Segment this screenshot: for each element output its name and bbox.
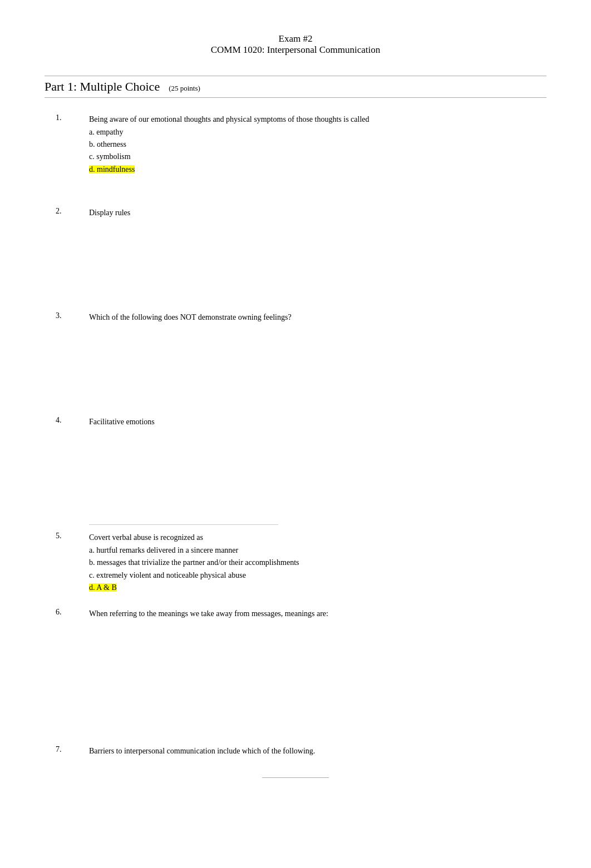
q5-choice-b: b. messages that trivialize the partner … xyxy=(89,557,546,569)
section-divider xyxy=(89,524,278,525)
part1-title: Part 1: Multiple Choice xyxy=(45,80,160,94)
question-1: 1. Being aware of our emotional thoughts… xyxy=(45,113,546,205)
q1-choice-a: a. empathy xyxy=(89,126,546,138)
question-4: 4. Facilitative emotions xyxy=(45,416,546,518)
q6-body: When referring to the meanings we take a… xyxy=(89,608,546,620)
q5-number: 5. xyxy=(45,532,89,594)
question-2: 2. Display rules xyxy=(45,207,546,309)
q5-text: Covert verbal abuse is recognized as xyxy=(89,532,546,544)
q2-body: Display rules xyxy=(89,207,546,219)
q3-text: Which of the following does NOT demonstr… xyxy=(89,311,546,324)
part1-header: Part 1: Multiple Choice (25 points) xyxy=(45,76,546,98)
q1-choice-d: d. mindfulness xyxy=(89,163,546,176)
exam-title-line2: COMM 1020: Interpersonal Communication xyxy=(45,44,546,56)
question-5: 5. Covert verbal abuse is recognized as … xyxy=(45,532,546,605)
q6-number: 6. xyxy=(45,608,89,620)
q5-choice-d: d. A & B xyxy=(89,582,546,594)
q7-body: Barriers to interpersonal communication … xyxy=(89,745,546,757)
q7-number: 7. xyxy=(45,745,89,757)
q2-text: Display rules xyxy=(89,207,546,219)
q1-choices: a. empathy b. otherness c. symbolism d. … xyxy=(89,126,546,176)
exam-header: Exam #2 COMM 1020: Interpersonal Communi… xyxy=(45,33,546,56)
q4-text: Facilitative emotions xyxy=(89,416,546,428)
q7-text: Barriers to interpersonal communication … xyxy=(89,745,546,757)
q4-body: Facilitative emotions xyxy=(89,416,546,428)
q5-choices: a. hurtful remarks delivered in a sincer… xyxy=(89,544,546,594)
q1-text: Being aware of our emotional thoughts an… xyxy=(89,113,546,126)
q5-choice-a: a. hurtful remarks delivered in a sincer… xyxy=(89,544,546,557)
q4-number: 4. xyxy=(45,416,89,428)
question-6: 6. When referring to the meanings we tak… xyxy=(45,608,546,743)
q1-number: 1. xyxy=(45,113,89,176)
q3-number: 3. xyxy=(45,311,89,324)
part1-points: (25 points) xyxy=(169,84,200,93)
q5-choice-c: c. extremely violent and noticeable phys… xyxy=(89,569,546,582)
q3-body: Which of the following does NOT demonstr… xyxy=(89,311,546,324)
q5-body: Covert verbal abuse is recognized as a. … xyxy=(89,532,546,594)
q6-text: When referring to the meanings we take a… xyxy=(89,608,546,620)
q1-choice-b: b. otherness xyxy=(89,138,546,151)
q2-number: 2. xyxy=(45,207,89,219)
question-3: 3. Which of the following does NOT demon… xyxy=(45,311,546,414)
q1-choice-d-highlight: d. mindfulness xyxy=(89,165,135,173)
q5-choice-d-highlight: d. A & B xyxy=(89,583,117,592)
bottom-divider xyxy=(262,777,329,778)
exam-page: Exam #2 COMM 1020: Interpersonal Communi… xyxy=(0,0,591,868)
q1-choice-c: c. symbolism xyxy=(89,151,546,163)
exam-title-line1: Exam #2 xyxy=(45,33,546,44)
q1-body: Being aware of our emotional thoughts an… xyxy=(89,113,546,176)
question-7: 7. Barriers to interpersonal communicati… xyxy=(45,745,546,775)
